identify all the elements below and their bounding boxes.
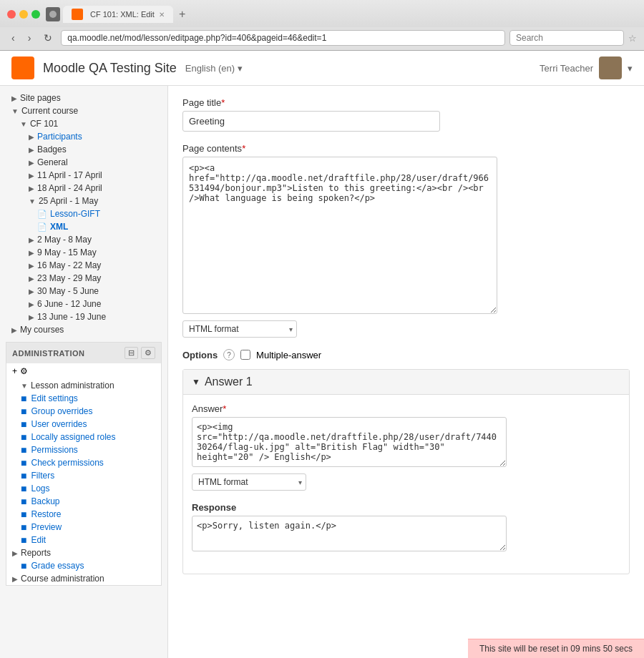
sidebar-item-week4[interactable]: ▶ 2 May - 8 May <box>0 233 167 246</box>
site-logo <box>11 57 34 79</box>
admin-item-edit-settings[interactable]: ■ Edit settings <box>6 392 161 405</box>
format-select[interactable]: HTML format <box>182 320 297 338</box>
sidebar-item-week6[interactable]: ▶ 16 May - 22 May <box>0 259 167 272</box>
sidebar-item-current-course[interactable]: ▼ Current course <box>0 104 167 117</box>
expand-arrow-icon: ▶ <box>29 300 34 308</box>
active-tab[interactable]: CF 101: XML: Edit ✕ <box>63 6 173 23</box>
admin-item-edit[interactable]: ■ Edit <box>6 534 161 546</box>
admin-settings-button[interactable]: ⚙ <box>141 347 155 359</box>
expand-arrow-icon: ▶ <box>29 313 34 321</box>
forward-button[interactable]: › <box>24 31 36 45</box>
sidebar-item-lesson-gift[interactable]: 📄 Lesson-GIFT <box>0 207 167 220</box>
admin-item-reports[interactable]: ▶ Reports <box>6 546 161 559</box>
admin-item-preview[interactable]: ■ Preview <box>6 521 161 534</box>
close-button[interactable] <box>7 10 16 19</box>
answer-format-select-wrapper: HTML format ▾ <box>192 473 306 491</box>
sidebar-item-cf101[interactable]: ▼ CF 101 <box>0 117 167 130</box>
admin-item-course-admin[interactable]: ▶ Course administration <box>6 572 161 585</box>
sidebar-item-participants[interactable]: ▶ Participants <box>0 130 167 143</box>
tab-close-icon[interactable]: ✕ <box>159 11 165 19</box>
user-info: Terri Teacher ▾ <box>540 57 633 79</box>
site-header: Moodle QA Testing Site English (en) ▾ Te… <box>0 51 644 86</box>
avatar <box>599 57 622 79</box>
answer-body: Answer* <p><img src="http://qa.moodle.ne… <box>183 395 629 574</box>
admin-collapse-button[interactable]: ⊟ <box>125 347 138 359</box>
page-contents-textarea[interactable]: <p><a href="http://qa.moodle.net/draftfi… <box>182 157 497 314</box>
answer-header: ▼ Answer 1 <box>183 370 629 395</box>
admin-sub-header: + ⚙ <box>6 363 161 379</box>
user-name: Terri Teacher <box>540 63 593 74</box>
collapse-arrow-icon[interactable]: ▼ <box>192 377 200 387</box>
sidebar-item-xml[interactable]: 📄 XML <box>0 220 167 233</box>
bullet-icon: ■ <box>21 458 26 468</box>
format-select-wrapper: HTML format ▾ <box>182 320 297 338</box>
search-bar[interactable] <box>509 30 624 46</box>
maximize-button[interactable] <box>31 10 40 19</box>
answer-1-section: ▼ Answer 1 Answer* <p><img src="http://q… <box>182 369 630 574</box>
expand-arrow-icon: ▶ <box>12 575 18 583</box>
admin-item-permissions[interactable]: ■ Permissions <box>6 443 161 456</box>
admin-item-grade-essays[interactable]: ■ Grade essays <box>6 559 161 572</box>
answer-textarea[interactable]: <p><img src="http://qa.moodle.net/draftf… <box>192 417 507 467</box>
admin-item-group-overrides[interactable]: ■ Group overrides <box>6 405 161 418</box>
admin-section-header: ADMINISTRATION ⊟ ⚙ <box>6 343 161 363</box>
bullet-icon: ■ <box>21 561 26 571</box>
expand-arrow-icon: ▶ <box>29 185 34 192</box>
sidebar-item-general[interactable]: ▶ General <box>0 156 167 169</box>
sidebar-item-week3[interactable]: ▼ 25 April - 1 May <box>0 195 167 207</box>
admin-item-logs[interactable]: ■ Logs <box>6 482 161 495</box>
page-title-input[interactable] <box>182 111 440 132</box>
bullet-icon: ■ <box>21 445 26 455</box>
expand-arrow-icon: ▶ <box>29 159 34 167</box>
admin-item-check-permissions[interactable]: ■ Check permissions <box>6 456 161 469</box>
sidebar-item-week5[interactable]: ▶ 9 May - 15 May <box>0 246 167 259</box>
sidebar-item-my-courses[interactable]: ▶ My courses <box>0 323 167 336</box>
page-contents-label: Page contents* <box>182 143 630 154</box>
language-selector[interactable]: English (en) ▾ <box>185 63 243 74</box>
page-title-label: Page title* <box>182 97 630 108</box>
admin-item-filters[interactable]: ■ Filters <box>6 469 161 482</box>
reset-notice: This site will be reset in 09 mins 50 se… <box>468 639 644 658</box>
sidebar-item-week2[interactable]: ▶ 18 April - 24 April <box>0 182 167 195</box>
minimize-button[interactable] <box>19 10 28 19</box>
options-row: Options ? Multiple-answer <box>182 349 630 360</box>
expand-arrow-icon: ▼ <box>11 107 19 115</box>
multiple-answer-checkbox[interactable] <box>240 350 250 360</box>
back-button[interactable]: ‹ <box>7 31 19 45</box>
svg-point-0 <box>49 11 57 18</box>
sidebar-item-week1[interactable]: ▶ 11 April - 17 April <box>0 169 167 182</box>
sidebar: ▶ Site pages ▼ Current course ▼ CF 101 ▶… <box>0 86 168 658</box>
user-menu-arrow[interactable]: ▾ <box>628 63 633 74</box>
page-title-group: Page title* <box>182 97 630 132</box>
bookmark-icon: ☆ <box>628 33 637 44</box>
sidebar-item-badges[interactable]: ▶ Badges <box>0 143 167 156</box>
sidebar-item-week9[interactable]: ▶ 6 June - 12 June <box>0 298 167 310</box>
admin-item-lesson-admin[interactable]: ▼ Lesson administration <box>6 379 161 392</box>
expand-arrow-icon: ▶ <box>29 133 34 141</box>
sidebar-item-week10[interactable]: ▶ 13 June - 19 June <box>0 310 167 323</box>
expand-arrow-icon: ▶ <box>29 275 34 283</box>
new-tab-button[interactable]: + <box>176 8 188 21</box>
expand-arrow-icon: ▶ <box>12 549 18 557</box>
admin-gear-icon: ⚙ <box>20 366 28 376</box>
response-textarea[interactable]: <p>Sorry, listen again.</p> <box>192 516 507 551</box>
reload-button[interactable]: ↻ <box>39 31 57 45</box>
admin-item-restore[interactable]: ■ Restore <box>6 508 161 521</box>
content-area: Page title* Page contents* <p><a href="h… <box>168 86 644 658</box>
sidebar-item-week7[interactable]: ▶ 23 May - 29 May <box>0 272 167 285</box>
admin-item-backup[interactable]: ■ Backup <box>6 495 161 508</box>
answer-format-select[interactable]: HTML format <box>192 473 306 491</box>
expand-arrow-icon: ▶ <box>29 288 34 295</box>
answer-section-title: Answer 1 <box>205 375 253 388</box>
sidebar-item-site-pages[interactable]: ▶ Site pages <box>0 92 167 104</box>
tab-title: CF 101: XML: Edit <box>90 10 155 19</box>
answer-label: Answer* <box>192 403 620 414</box>
admin-item-user-overrides[interactable]: ■ User overrides <box>6 418 161 431</box>
bullet-icon: ■ <box>21 393 26 403</box>
admin-item-locally-assigned-roles[interactable]: ■ Locally assigned roles <box>6 431 161 443</box>
response-label: Response <box>192 502 620 513</box>
bullet-icon: ■ <box>21 522 26 532</box>
help-icon[interactable]: ? <box>223 349 235 360</box>
sidebar-item-week8[interactable]: ▶ 30 May - 5 June <box>0 285 167 298</box>
url-bar[interactable] <box>61 30 505 46</box>
